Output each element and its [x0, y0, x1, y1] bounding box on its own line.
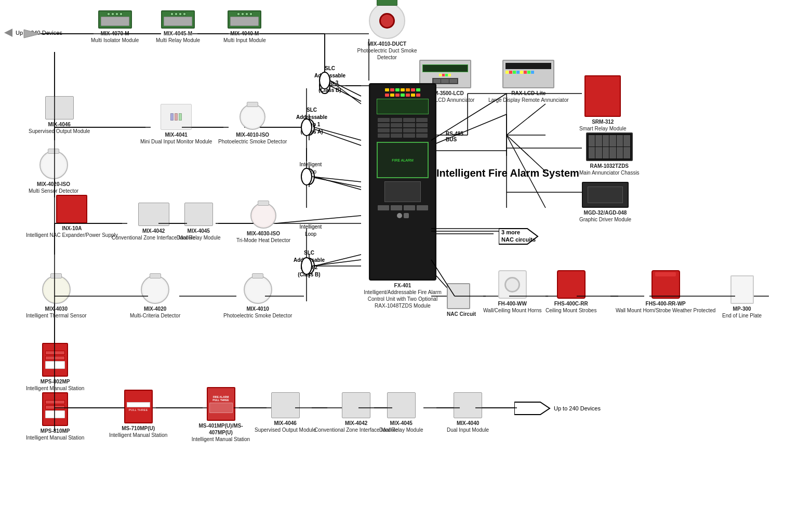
svg-line-18: [309, 177, 361, 187]
mix4010iso-label: MIX-4010-ISO Photoelectric Smoke Detecto…: [218, 131, 287, 145]
up-to-240-bottom-label: Up to 240 Devices: [554, 405, 601, 411]
mix4070m-label: MIX-4070-M Multi Isolator Module: [91, 30, 139, 44]
mix4045m-label: MIX-4045-M Multi Relay Module: [156, 30, 200, 44]
mix4045a-label: MIX-4045 Dual Relay Module: [177, 228, 221, 241]
intelligent-loop1-label: IntelligentLoop: [290, 161, 331, 176]
more-nac-container: 3 moreNAC circuits: [499, 226, 540, 247]
mix4010duct-device: [369, 3, 405, 39]
mix4020-device: [141, 275, 169, 304]
fhs400crr-device: [557, 270, 586, 299]
nac-circuit-component: NAC Circuit: [447, 283, 476, 317]
mix4010-component: MIX-4010 Photoelectric Smoke Detector: [223, 275, 292, 319]
mix4030-device: [42, 275, 71, 304]
mgd32-label: MGD-32/AGD-048 Graphic Driver Module: [579, 209, 631, 223]
srm312-label: SRM-312 Smart Relay Module: [579, 118, 627, 132]
mix4042b-device: [342, 392, 370, 418]
slc-loop1-label: SLCAddressableLoop 1(Class A): [291, 107, 332, 136]
mix4040m-component: MIX-4040-M Multi Input Module: [223, 10, 266, 44]
mix4041-label: MIX-4041 Mini Dual Input Monitor Module: [140, 131, 212, 145]
fx401-component: FIRE ALARM FX-401 Intelligent/Addressabl…: [361, 83, 444, 309]
svg-marker-64: [514, 402, 550, 415]
mix4070m-component: MIX-4070-M Multi Isolator Module: [91, 10, 139, 44]
mix4042a-device: [138, 203, 169, 226]
raxlcdlite-label: RAX-LCD-Lite Large Display Remote Annunc…: [488, 90, 569, 103]
mix4045m-device: [161, 10, 195, 29]
inx10a-label: INX-10A Intelligent NAC Expander/Power S…: [26, 225, 118, 238]
mix4040b-label: MIX-4040 Dual Input Module: [447, 420, 489, 433]
inx10a-component: INX-10A Intelligent NAC Expander/Power S…: [26, 195, 118, 238]
mix4020-label: MIX-4020 Multi-Criteria Detector: [130, 305, 180, 319]
mix4046b-component: MIX-4046 Supervised Output Module: [255, 392, 316, 433]
mix4030iso-component: MIX-4030-ISO Tri-Mode Heat Detector: [236, 203, 290, 244]
raxlcdlite-device: [502, 60, 554, 88]
fh400ww-component: FH-400-WW Wall/Ceiling Mount Horns: [483, 270, 541, 314]
arrow-right-icon: [514, 400, 551, 417]
mix4045a-component: MIX-4045 Dual Relay Module: [177, 203, 221, 241]
nac-circuit-device: [447, 283, 470, 309]
mix4030-label: MIX-4030 Intelligent Thermal Sensor: [26, 305, 87, 319]
fh400ww-label: FH-400-WW Wall/Ceiling Mount Horns: [483, 300, 541, 314]
mix4030iso-label: MIX-4030-ISO Tri-Mode Heat Detector: [236, 230, 290, 244]
svg-line-52: [314, 177, 361, 190]
arrow-left-icon: [4, 29, 12, 37]
mix4040m-label: MIX-4040-M Multi Input Module: [223, 30, 266, 44]
fx401-label: FX-401 Intelligent/Addressable Fire Alar…: [361, 282, 444, 309]
mix4045m-component: MIX-4045-M Multi Relay Module: [156, 10, 200, 44]
fhs400crr-component: FHS-400C-RR Ceiling Mount Strobes: [546, 270, 596, 314]
ms401mp-component: FIRE ALARMPULL THREE MS-401MP(U)/MS-407M…: [190, 387, 252, 443]
intelligent-loop2-label: IntelligentLoop: [290, 223, 331, 238]
mix4040b-device: [454, 392, 482, 418]
ram1032tzds-component: RAM-1032TZDS Main Annunciator Chassis: [579, 132, 640, 176]
mix4046a-component: MIX-4046 Supervised Output Module: [29, 96, 90, 135]
mix4020iso-device: [39, 151, 68, 179]
mix4046a-label: MIX-4046 Supervised Output Module: [29, 121, 90, 135]
diagram-container: Up to 240 Devices MIX-4070-M Multi Isola…: [0, 0, 798, 532]
slc-loop3-label: SLCAddressableLoop 3(Class B): [309, 65, 351, 94]
fh400ww-device: [498, 270, 527, 299]
rs485-label: RS-485BUS: [446, 131, 463, 142]
mix4020-component: MIX-4020 Multi-Criteria Detector: [130, 275, 180, 319]
mps810mp-device: [42, 392, 68, 426]
mp300-component: MP-300 End of Line Plate: [722, 275, 762, 319]
raxlcdlite-component: RAX-LCD-Lite Large Display Remote Annunc…: [488, 60, 569, 103]
svg-line-113: [312, 177, 361, 182]
fhs400rrwp-component: FHS-400-RR-WP Wall Mount Horn/Strobe Wea…: [616, 270, 715, 314]
ms710mp-component: PULL THREE MS-710MP(U) Intelligent Manua…: [109, 390, 167, 438]
fhs400rrwp-device: [651, 270, 680, 299]
ms401mp-device: FIRE ALARMPULL THREE: [207, 387, 235, 421]
slc-loop2-label: SLCAddressableLoop 2(Class B): [288, 249, 330, 278]
fx401-device: FIRE ALARM: [369, 83, 436, 281]
mix4010iso-component: MIX-4010-ISO Photoelectric Smoke Detecto…: [218, 104, 287, 145]
mix4041-device: [161, 104, 192, 130]
mgd32-device: [582, 182, 629, 208]
mix4010duct-label: MIX-4010-DUCT Photoelectric Duct Smoke D…: [348, 41, 426, 61]
srm312-component: SRM-312 Smart Relay Module: [579, 75, 627, 132]
mix4010-device: [244, 275, 272, 304]
mix4010duct-component: MIX-4010-DUCT Photoelectric Duct Smoke D…: [348, 3, 426, 61]
ms710mp-label: MS-710MP(U) Intelligent Manual Station: [109, 425, 167, 438]
mix4030iso-device: [250, 203, 276, 229]
mps802mp-device: [42, 343, 68, 377]
inx10a-device: [56, 195, 87, 223]
more-nac-label: 3 moreNAC circuits: [501, 229, 536, 244]
mix4070m-device: [98, 10, 132, 29]
up-to-240-top: Up to 240 Devices: [4, 29, 62, 37]
mix4046b-label: MIX-4046 Supervised Output Module: [255, 420, 316, 433]
up-to-240-bottom: Up to 240 Devices: [514, 400, 601, 417]
mix4045b-label: MIX-4045 Dual Relay Module: [379, 420, 423, 433]
svg-line-58: [507, 104, 546, 135]
mix4046b-device: [271, 392, 300, 418]
mgd32-component: MGD-32/AGD-048 Graphic Driver Module: [579, 182, 631, 223]
mix4040m-device: [228, 10, 261, 29]
mix4020iso-component: MIX-4020-ISO Multi Sensor Detector: [29, 151, 78, 194]
main-title: Intelligent Fire Alarm System: [436, 166, 579, 180]
up-to-240-label: Up to 240 Devices: [16, 30, 62, 36]
ms401mp-label: MS-401MP(U)/MS-407MP(U) Intelligent Manu…: [190, 422, 252, 443]
fhs400rrwp-label: FHS-400-RR-WP Wall Mount Horn/Strobe Wea…: [616, 300, 715, 314]
ram1032tzds-device: [586, 132, 633, 161]
mps810mp-label: MPS-810MP Intelligent Manual Station: [26, 428, 84, 441]
mix4020iso-label: MIX-4020-ISO Multi Sensor Detector: [29, 181, 78, 194]
mix4030-component: MIX-4030 Intelligent Thermal Sensor: [26, 275, 87, 319]
mix4045a-device: [184, 203, 213, 226]
mix4045b-component: MIX-4045 Dual Relay Module: [379, 392, 423, 433]
